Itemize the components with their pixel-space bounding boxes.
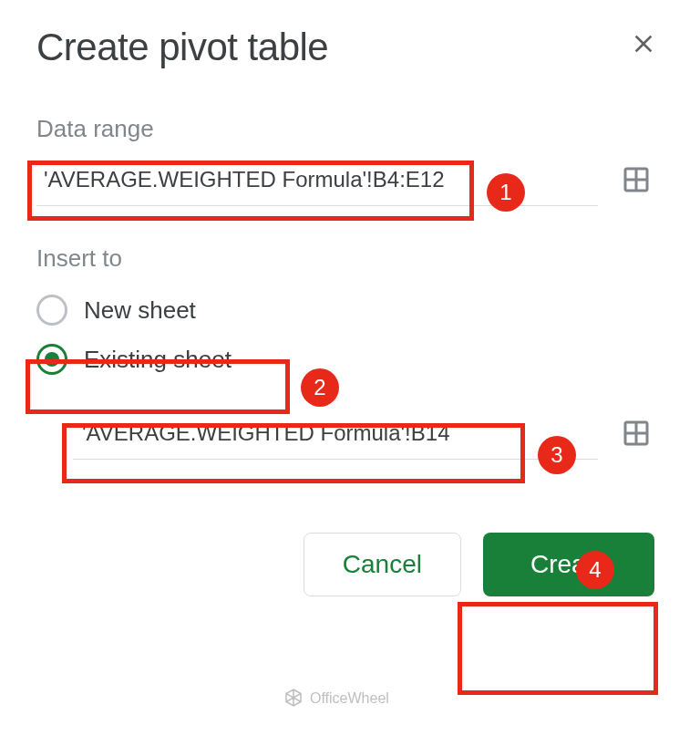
dialog-title: Create pivot table <box>36 26 328 69</box>
radio-new-sheet-label: New sheet <box>84 296 196 325</box>
destination-row <box>36 409 664 460</box>
cancel-button[interactable]: Cancel <box>304 533 461 596</box>
radio-new-sheet[interactable]: New sheet <box>36 285 664 335</box>
radio-checked-icon <box>36 344 67 375</box>
dialog-buttons: Cancel Create <box>36 533 664 596</box>
select-range-button[interactable] <box>614 160 658 203</box>
radio-existing-sheet-label: Existing sheet <box>84 346 232 374</box>
data-range-row <box>36 156 664 206</box>
close-button[interactable] <box>623 27 664 67</box>
grid-icon <box>620 163 653 199</box>
insert-to-label: Insert to <box>36 244 664 273</box>
insert-to-radio-group: New sheet Existing sheet <box>36 285 664 384</box>
dialog-header: Create pivot table <box>36 26 664 69</box>
create-button[interactable]: Create <box>483 533 654 596</box>
radio-existing-sheet[interactable]: Existing sheet <box>36 335 664 384</box>
watermark: OfficeWheel <box>283 688 389 710</box>
data-range-input[interactable] <box>36 156 598 206</box>
select-destination-button[interactable] <box>614 413 658 457</box>
radio-unchecked-icon <box>36 295 67 326</box>
data-range-label: Data range <box>36 115 664 143</box>
close-icon <box>629 28 658 67</box>
grid-icon <box>620 417 653 452</box>
destination-input[interactable] <box>73 409 598 460</box>
pivot-table-dialog: Create pivot table Data range Insert to … <box>0 0 700 622</box>
watermark-text: OfficeWheel <box>310 690 389 707</box>
destination-input-wrap <box>73 409 598 460</box>
watermark-icon <box>283 688 304 710</box>
